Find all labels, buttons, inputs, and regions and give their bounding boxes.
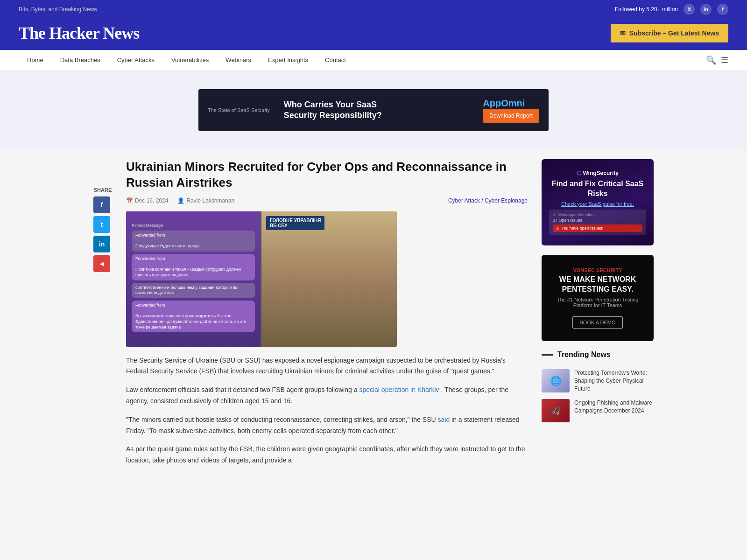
search-icon[interactable]: 🔍 xyxy=(706,55,716,65)
vonsec-book-demo-button[interactable]: BOOK A DEMO xyxy=(572,316,622,329)
article-main: Ukrainian Minors Recruited for Cyber Ops… xyxy=(126,159,528,474)
alert-cta: ⚠ You have open issues! xyxy=(553,224,642,232)
article-image: Pinned Message Forwarded fromСледующее б… xyxy=(126,211,397,347)
nav-vulnerabilities[interactable]: Vulnerabilities xyxy=(163,50,217,70)
article-meta: 📅 Dec 16, 2024 👤 Ravie Lakshmanan Cyber … xyxy=(126,197,528,204)
twitter-top-icon[interactable]: 𝕏 xyxy=(684,4,695,15)
article-paragraph-1: The Security Service of Ukraine (SBU or … xyxy=(126,355,528,378)
article-body: The Security Service of Ukraine (SBU or … xyxy=(126,355,528,466)
article-title: Ukrainian Minors Recruited for Cyber Ops… xyxy=(126,159,528,191)
trending-dash xyxy=(542,354,553,356)
subscribe-button[interactable]: ✉ Subscribe – Get Latest News xyxy=(611,24,728,42)
image-left-panel: Pinned Message Forwarded fromСледующее б… xyxy=(126,211,261,347)
envelope-icon: ✉ xyxy=(620,29,626,37)
vonsec-ad: VONSEC SECURITY WE MAKE NETWORK PENTESTI… xyxy=(542,255,654,341)
banner-ad: The State of SaaS Security Who Carries Y… xyxy=(198,89,549,131)
linkedin-top-icon[interactable]: in xyxy=(700,4,712,15)
nav-data-breaches[interactable]: Data Breaches xyxy=(52,50,109,70)
trending-item-2[interactable]: 🎣 Ongoing Phishing and Malware Campaigns… xyxy=(542,399,654,422)
article-date: 📅 Dec 16, 2024 xyxy=(126,197,168,204)
banner-brand: AppOmni Download Report xyxy=(483,98,539,123)
trending-thumb-1: 🌐 xyxy=(542,369,570,392)
top-bar-right: Followed by 5.20+ million 𝕏 in f xyxy=(615,4,728,15)
vonsec-logo: VONSEC SECURITY xyxy=(573,267,622,273)
linkedin-share-button[interactable]: in xyxy=(93,236,110,252)
article-category[interactable]: Cyber Attack / Cyber Espionage xyxy=(448,197,528,204)
nav-webinars[interactable]: Webinars xyxy=(217,50,260,70)
wing-ad-title: Find and Fix Critical SaaS Risks xyxy=(549,179,646,199)
other-share-button[interactable]: ◄ xyxy=(93,255,110,272)
facebook-top-icon[interactable]: f xyxy=(717,4,728,15)
sidebar: ⬡ WingSecurity Find and Fix Critical Saa… xyxy=(542,159,654,474)
banner-download-button[interactable]: Download Report xyxy=(483,109,539,123)
article-paragraph-2: Law enforcement officials said that it d… xyxy=(126,385,528,407)
trending-item-1[interactable]: 🌐 Protecting Tomorrow's World: Shaping t… xyxy=(542,369,654,392)
main-nav: Home Data Breaches Cyber Attacks Vulnera… xyxy=(0,50,747,70)
trending-title: Trending News xyxy=(557,350,611,359)
wing-security-ad: ⬡ WingSecurity Find and Fix Critical Saa… xyxy=(542,159,654,245)
wing-ad-link[interactable]: Check your SaaS pulse for free. xyxy=(561,201,634,207)
main-container: SHARE f t in ◄ Ukrainian Minors Recruite… xyxy=(75,150,672,483)
share-label: SHARE xyxy=(93,187,112,193)
site-header: The Hacker News ✉ Subscribe – Get Latest… xyxy=(0,19,747,50)
nav-expert-insights[interactable]: Expert Insights xyxy=(260,50,317,70)
share-sidebar: SHARE f t in ◄ xyxy=(93,159,112,474)
trending-header: Trending News xyxy=(542,350,654,363)
warning-icon: ⚠ xyxy=(556,226,559,231)
trending-section: Trending News 🌐 Protecting Tomorrow's Wo… xyxy=(542,350,654,422)
tagline: Bits, Bytes, and Breaking News xyxy=(19,6,97,13)
alert-icon: ⚠ xyxy=(553,212,557,217)
followers-text: Followed by 5.20+ million xyxy=(615,6,678,13)
article-paragraph-4: As per the quest game rules set by the F… xyxy=(126,444,528,466)
nav-contact[interactable]: Contact xyxy=(317,50,354,70)
kharkiv-link[interactable]: special operation in Kharkiv xyxy=(359,386,441,393)
twitter-share-button[interactable]: t xyxy=(93,216,110,233)
calendar-icon: 📅 xyxy=(126,197,133,204)
wing-alert-box: ⚠ New apps detected 37 Open Issues ⚠ You… xyxy=(549,210,646,235)
banner-text: Who Carries Your SaaS Security Responsib… xyxy=(284,99,382,121)
trending-text-1: Protecting Tomorrow's World: Shaping the… xyxy=(574,369,654,392)
person-icon: 👤 xyxy=(177,197,184,204)
facebook-share-button[interactable]: f xyxy=(93,196,110,213)
menu-icon[interactable]: ☰ xyxy=(721,55,728,65)
site-title[interactable]: The Hacker News xyxy=(19,23,139,43)
vonsec-ad-sub: The #1 Network Penetration Testing Platf… xyxy=(549,297,646,308)
nav-home[interactable]: Home xyxy=(19,50,52,70)
vonsec-ad-title: WE MAKE NETWORK PENTESTING EASY. xyxy=(549,275,646,294)
trending-text-2: Ongoing Phishing and Malware Campaigns D… xyxy=(574,399,654,422)
article-paragraph-3: "The minors carried out hostile tasks of… xyxy=(126,414,528,437)
top-bar: Bits, Bytes, and Breaking News Followed … xyxy=(0,0,747,19)
image-right-panel: ГОЛОВНЕ УПРАВЛІНЯВБ СБУ xyxy=(261,211,397,347)
trending-thumb-2: 🎣 xyxy=(542,399,570,422)
wing-logo: ⬡ WingSecurity xyxy=(577,170,619,176)
nav-right-icons: 🔍 ☰ xyxy=(706,55,728,65)
nav-cyber-attacks[interactable]: Cyber Attacks xyxy=(109,50,163,70)
banner-sub: The State of SaaS Security xyxy=(208,107,270,113)
said-link[interactable]: said xyxy=(437,416,451,423)
article-author: 👤 Ravie Lakshmanan xyxy=(177,197,234,204)
